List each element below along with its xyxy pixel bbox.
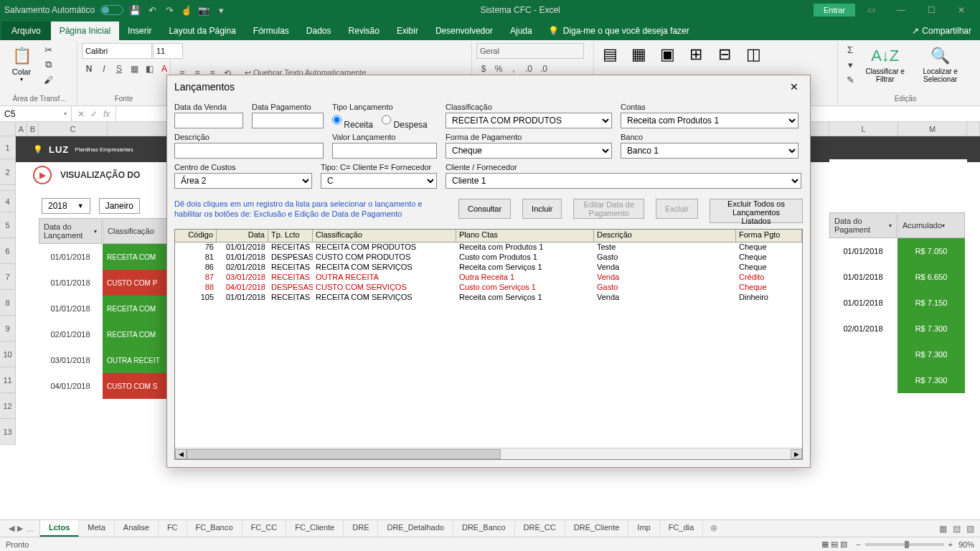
tab-dados[interactable]: Dados bbox=[298, 22, 340, 40]
undo-icon[interactable]: ↶ bbox=[146, 4, 158, 16]
play-icon[interactable]: ▶ bbox=[33, 166, 52, 184]
col-C[interactable]: C bbox=[39, 122, 108, 136]
zoom-slider[interactable] bbox=[865, 543, 944, 546]
file-tab[interactable]: Arquivo bbox=[1, 22, 51, 40]
cell-pgto[interactable]: 01/01/2018 bbox=[829, 238, 897, 264]
sheet-tab-FC_dia[interactable]: FC_dia bbox=[660, 520, 703, 537]
select-clifor[interactable]: Cliente 1 bbox=[446, 173, 801, 189]
grid-row[interactable]: 8804/01/2018DESPESASCUSTO COM SERVIÇOSCu… bbox=[175, 283, 802, 293]
tab-exibir[interactable]: Exibir bbox=[388, 22, 427, 40]
delete-cells-icon[interactable]: ⊟ bbox=[713, 43, 736, 66]
cell-class[interactable]: RECEITA COM bbox=[103, 321, 167, 347]
excluir-todos-button[interactable]: Excluir Todos os Lançamentos Listados bbox=[710, 199, 803, 223]
cancel-formula-icon[interactable]: ✕ bbox=[77, 109, 85, 119]
col-L[interactable]: L bbox=[829, 122, 898, 136]
font-name-select[interactable] bbox=[82, 43, 152, 59]
sort-filter-button[interactable]: A↓Z Classificar e Filtrar bbox=[861, 43, 909, 85]
grid-row[interactable]: 8101/01/2018DESPESASCUSTO COM PRODUTOSCu… bbox=[175, 253, 802, 263]
close-window-icon[interactable]: ✕ bbox=[947, 1, 976, 19]
zoom-out-icon[interactable]: − bbox=[856, 540, 860, 549]
cond-format-icon[interactable]: ▤ bbox=[598, 43, 621, 66]
view-break-icon[interactable]: ▧ bbox=[966, 524, 974, 534]
sheet-tab-Analise[interactable]: Analise bbox=[115, 520, 159, 537]
view-layout-icon[interactable]: ▤ bbox=[953, 524, 961, 534]
row-11[interactable]: 11 bbox=[0, 367, 16, 393]
cell-class[interactable]: RECEITA COM bbox=[103, 296, 167, 321]
tab-nav-more[interactable]: … bbox=[26, 524, 34, 533]
cell-class[interactable]: OUTRA RECEIT bbox=[103, 347, 167, 373]
cut-icon[interactable]: ✂ bbox=[40, 43, 56, 56]
sheet-tab-FC[interactable]: FC bbox=[159, 520, 187, 537]
cell-class[interactable]: CUSTO COM S bbox=[103, 373, 167, 399]
sheet-tab-FC_CC[interactable]: FC_CC bbox=[242, 520, 287, 537]
select-contas[interactable]: Receita com Produtos 1 bbox=[621, 113, 798, 128]
incluir-button[interactable]: Incluir bbox=[522, 199, 562, 219]
cell-pgto[interactable] bbox=[829, 342, 897, 367]
currency-icon[interactable]: $ bbox=[476, 62, 491, 76]
row-1[interactable]: 1 bbox=[0, 136, 16, 159]
signin-button[interactable]: Entrar bbox=[814, 4, 855, 17]
cell-pgto[interactable]: 01/01/2018 bbox=[829, 290, 897, 316]
cell-date[interactable]: 02/01/2018 bbox=[39, 321, 102, 347]
underline-icon[interactable]: S bbox=[112, 62, 126, 76]
select-classif[interactable]: RECEITA COM PRODUTOS bbox=[446, 113, 612, 128]
tab-nav-prev-icon[interactable]: ◀ bbox=[9, 524, 14, 533]
grid-row[interactable]: 7601/01/2018RECEITASRECEITA COM PRODUTOS… bbox=[175, 242, 802, 253]
gh-tplcto[interactable]: Tp. Lcto bbox=[268, 230, 313, 242]
scroll-track[interactable] bbox=[187, 449, 791, 459]
zoom-level[interactable]: 90% bbox=[958, 540, 974, 549]
tab-layout[interactable]: Layout da Página bbox=[160, 22, 244, 40]
name-box[interactable]: C5▾ bbox=[0, 106, 72, 121]
close-icon[interactable]: ✕ bbox=[786, 80, 803, 94]
cell-acum[interactable]: R$ 7.150 bbox=[897, 290, 965, 316]
view-normal-icon[interactable]: ▦ bbox=[939, 524, 947, 534]
touch-icon[interactable]: ☝ bbox=[181, 4, 192, 16]
insert-cells-icon[interactable]: ⊞ bbox=[684, 43, 707, 66]
cell-class[interactable]: RECEITA COM bbox=[103, 244, 167, 270]
sheet-tab-DRE_Banco[interactable]: DRE_Banco bbox=[453, 520, 515, 537]
row-9[interactable]: 9 bbox=[0, 316, 16, 342]
excluir-button[interactable]: Excluir bbox=[656, 199, 698, 219]
sheet-tab-Imp[interactable]: Imp bbox=[628, 520, 659, 537]
row-13[interactable]: 13 bbox=[0, 419, 16, 445]
cell-date[interactable]: 03/01/2018 bbox=[39, 347, 102, 373]
scroll-thumb[interactable] bbox=[187, 449, 501, 459]
clear-icon[interactable]: ✎ bbox=[842, 73, 858, 86]
row-6[interactable]: 6 bbox=[0, 238, 16, 264]
sheet-tab-DRE_CC[interactable]: DRE_CC bbox=[515, 520, 565, 537]
autosave-toggle[interactable] bbox=[100, 5, 123, 15]
month-filter[interactable]: Janeiro bbox=[99, 198, 140, 214]
gh-class[interactable]: Classificação bbox=[313, 230, 456, 242]
hdr-class[interactable]: Classificação bbox=[103, 218, 167, 244]
cell-acum[interactable]: R$ 7.050 bbox=[897, 238, 965, 264]
fill-color-icon[interactable]: ◧ bbox=[142, 62, 156, 76]
grid-row[interactable]: 10501/01/2018RECEITASRECEITA COM SERVIÇO… bbox=[175, 293, 802, 303]
format-cells-icon[interactable]: ◫ bbox=[742, 43, 765, 66]
sheet-tab-FC_Banco[interactable]: FC_Banco bbox=[187, 520, 242, 537]
cell-pgto[interactable] bbox=[829, 367, 897, 393]
row-8[interactable]: 8 bbox=[0, 290, 16, 316]
cell-date[interactable]: 01/01/2018 bbox=[39, 270, 102, 296]
lancamentos-grid[interactable]: Código Data Tp. Lcto Classificação Plano… bbox=[174, 229, 803, 460]
col-M[interactable]: M bbox=[898, 122, 967, 136]
borders-icon[interactable]: ▦ bbox=[127, 62, 141, 76]
gh-plano[interactable]: Plano Ctas bbox=[456, 230, 594, 242]
minimize-icon[interactable]: — bbox=[887, 1, 915, 19]
col-B[interactable]: B bbox=[27, 122, 39, 136]
tab-formulas[interactable]: Fórmulas bbox=[245, 22, 298, 40]
autosum-icon[interactable]: Σ bbox=[842, 43, 858, 56]
fill-icon[interactable]: ▾ bbox=[842, 58, 858, 71]
find-select-button[interactable]: 🔍 Localizar e Selecionar bbox=[912, 43, 969, 85]
cell-class[interactable]: CUSTO COM P bbox=[103, 270, 167, 296]
row-7[interactable]: 7 bbox=[0, 264, 16, 290]
gh-codigo[interactable]: Código bbox=[175, 230, 217, 242]
view-buttons[interactable]: ▦ ▤ ▧ bbox=[821, 540, 847, 549]
hdr-acum[interactable]: Acumulado▾ bbox=[897, 212, 965, 238]
input-data-pgto[interactable] bbox=[252, 113, 324, 128]
grid-row[interactable]: 8602/01/2018RECEITASRECEITA COM SERVIÇOS… bbox=[175, 263, 802, 273]
increase-decimal-icon[interactable]: .0 bbox=[522, 62, 536, 76]
format-table-icon[interactable]: ▦ bbox=[627, 43, 650, 66]
gh-data[interactable]: Data bbox=[217, 230, 268, 242]
new-sheet-icon[interactable]: ⊕ bbox=[703, 520, 725, 537]
cell-acum[interactable]: R$ 7.300 bbox=[897, 316, 965, 342]
